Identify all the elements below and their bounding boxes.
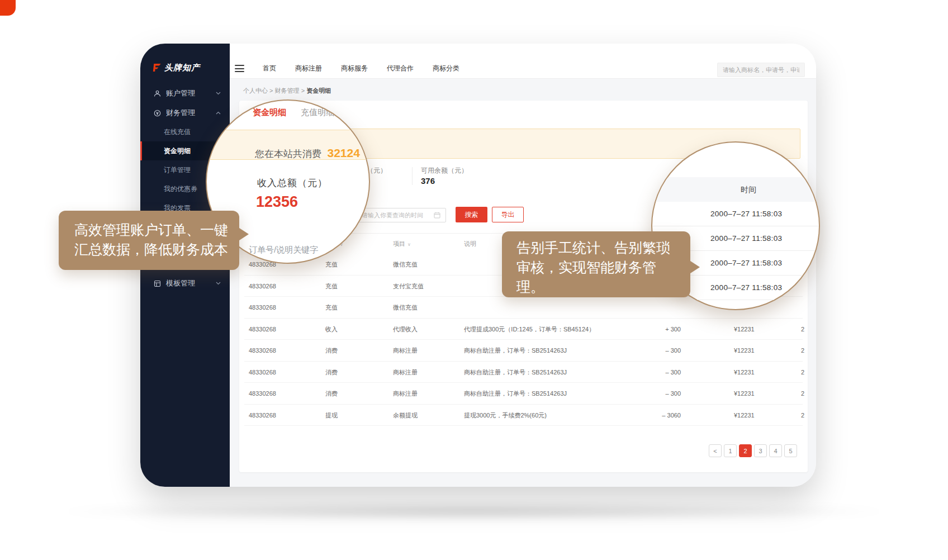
table-cell-amount: – 300 <box>613 340 681 362</box>
pagination-page-1[interactable]: 1 <box>724 444 737 457</box>
income-total-label: 收入总额（元） <box>257 177 328 189</box>
table-cell-amount: – 300 <box>613 383 681 405</box>
time-column-header-band: 时间 <box>652 177 820 202</box>
magnified-time-row: 2000–7–27 11:58:03 <box>652 202 820 226</box>
nav-item[interactable]: 商标注册 <box>295 64 322 73</box>
table-cell-time: 2 <box>801 383 808 405</box>
hamburger-menu-icon[interactable] <box>235 65 244 72</box>
table-cell-amount: – 300 <box>613 362 681 383</box>
chevron-up-icon <box>216 111 221 115</box>
tooltip-left-arrow <box>238 227 249 241</box>
pagination: <12345 <box>709 444 797 457</box>
table-cell-money: ¥12231 <box>734 383 755 405</box>
search-button[interactable]: 搜索 <box>456 207 487 222</box>
pagination-page-4[interactable]: 4 <box>769 444 782 457</box>
table-cell-money: ¥12231 <box>734 340 755 362</box>
stat-divider <box>412 167 413 185</box>
table-cell-money: ¥12231 <box>734 405 755 426</box>
sidebar-item-label: 财务管理 <box>166 108 195 118</box>
breadcrumb-finance[interactable]: 财务管理 <box>275 87 300 94</box>
nav-item[interactable]: 首页 <box>263 64 276 73</box>
table-row: 48330268消费商标注册商标自助注册，订单号：SB2514263J– 300… <box>244 383 803 405</box>
table-row: 48330268收入代理收入代理提成300元（ID:1245，订单号：SB451… <box>244 319 803 340</box>
banner-amount: 32124 <box>327 146 359 159</box>
table-cell-project: 商标注册 <box>393 340 418 362</box>
table-row: 48330268消费商标注册商标自助注册，订单号：SB2514263J– 300… <box>244 340 803 362</box>
sidebar-item-finance[interactable]: 财务管理 <box>140 103 230 122</box>
table-cell-project: 商标注册 <box>393 383 418 405</box>
brand-logo[interactable]: 头牌知产 <box>151 60 200 75</box>
pagination-page-2[interactable]: 2 <box>739 444 752 457</box>
nav-item[interactable]: 商标服务 <box>341 64 368 73</box>
sidebar-item-label: 在线充值 <box>164 127 191 137</box>
sidebar-item-label: 资金明细 <box>164 146 191 156</box>
breadcrumb-current: 资金明细 <box>306 87 331 94</box>
table-cell-money: ¥12231 <box>734 319 755 340</box>
tooltip-left: 高效管理账户订单、一键 汇总数据，降低财务成本 <box>59 211 239 270</box>
tooltip-right-line3: 理。 <box>516 277 690 297</box>
table-cell-type: 收入 <box>325 319 338 340</box>
table-cell-type: 充值 <box>325 254 338 276</box>
pagination-page-5[interactable]: 5 <box>784 444 797 457</box>
sidebar-item-label: 订单管理 <box>164 165 191 175</box>
date-query-input[interactable] <box>356 208 446 222</box>
table-cell-time: 2 <box>801 362 808 383</box>
table-cell-money: ¥12231 <box>734 362 755 383</box>
table-cell-desc: 商标自助注册，订单号：SB2514263J <box>464 340 567 362</box>
breadcrumb-separator: > <box>269 87 273 94</box>
brand-name: 头牌知产 <box>164 63 200 73</box>
table-row: 48330268提现余额提现提现3000元，手续费2%(60元)– 3060¥1… <box>244 405 803 426</box>
sidebar-item-templates[interactable]: 模板管理 <box>140 274 230 293</box>
tooltip-right-arrow <box>689 260 700 274</box>
breadcrumb-separator: > <box>301 87 305 94</box>
export-button[interactable]: 导出 <box>492 207 524 222</box>
nav-item[interactable]: 商标分类 <box>433 64 459 73</box>
table-cell-order: 48330268 <box>249 340 276 362</box>
magnified-tabs: 资金明细 充值明细 <box>253 107 334 118</box>
table-cell-desc: 商标自助注册，订单号：SB2514263J <box>464 383 567 405</box>
chevron-down-icon <box>216 282 221 285</box>
table-cell-desc: 代理提成300元（ID:1245，订单号：SB45124） <box>464 319 595 340</box>
table-cell-type: 消费 <box>325 383 338 405</box>
table-cell-desc: 商标自助注册，订单号：SB2514263J <box>464 362 567 383</box>
sidebar-item-label: 账户管理 <box>166 88 195 98</box>
table-cell-order: 48330268 <box>249 405 276 426</box>
sidebar-item-recharge[interactable]: 在线充值 <box>140 122 230 141</box>
table-cell-type: 消费 <box>325 340 338 362</box>
table-cell-type: 提现 <box>325 405 338 426</box>
table-header-project[interactable]: 项目∨ <box>393 234 411 255</box>
time-column-header: 时间 <box>741 185 756 194</box>
table-header-desc: 说明 <box>464 234 476 254</box>
chevron-down-icon <box>216 92 221 95</box>
table-cell-project: 微信充值 <box>393 254 418 276</box>
tooltip-right: 告别手工统计、告别繁琐 审核，实现智能财务管 理。 <box>502 231 690 297</box>
table-cell-time: 2 <box>801 405 808 426</box>
table-cell-amount: – 3060 <box>613 405 681 426</box>
breadcrumb[interactable]: 个人中心 > 财务管理 > 资金明细 <box>243 87 331 95</box>
table-cell-order: 48330268 <box>249 297 276 319</box>
laptop-base-shadow <box>53 502 894 521</box>
trademark-search-input[interactable] <box>717 63 805 77</box>
tab-fund-detail[interactable]: 资金明细 <box>253 107 286 117</box>
active-indicator <box>140 141 142 160</box>
pagination-page-3[interactable]: 3 <box>754 444 767 457</box>
table-cell-time: 2 <box>801 340 808 362</box>
corner-brand-chip <box>0 0 16 16</box>
tooltip-left-line1: 高效管理账户订单、一键 <box>74 220 239 240</box>
calendar-icon[interactable] <box>434 212 440 219</box>
table-cell-desc: 提现3000元，手续费2%(60元) <box>464 405 547 426</box>
screenshot-root: 头牌知产 账户管理 财务管理 在线充值 资金明细 订单管理 我的优惠券 我的发票 <box>0 0 948 560</box>
table-cell-order: 48330268 <box>249 276 276 297</box>
tooltip-right-line1: 告别手工统计、告别繁琐 <box>516 238 690 258</box>
table-cell-project: 余额提现 <box>393 405 418 426</box>
nav-item[interactable]: 代理合作 <box>387 64 414 73</box>
pagination-prev-button[interactable]: < <box>709 444 722 457</box>
brand-logo-icon <box>151 62 162 73</box>
table-cell-project: 微信充值 <box>393 297 418 319</box>
tooltip-left-line2: 汇总数据，降低财务成本 <box>74 240 239 259</box>
sidebar-item-account[interactable]: 账户管理 <box>140 84 230 103</box>
template-icon <box>154 280 161 287</box>
breadcrumb-home[interactable]: 个人中心 <box>243 87 268 94</box>
table-cell-order: 48330268 <box>249 383 276 405</box>
balance-value: 376 <box>421 176 435 186</box>
